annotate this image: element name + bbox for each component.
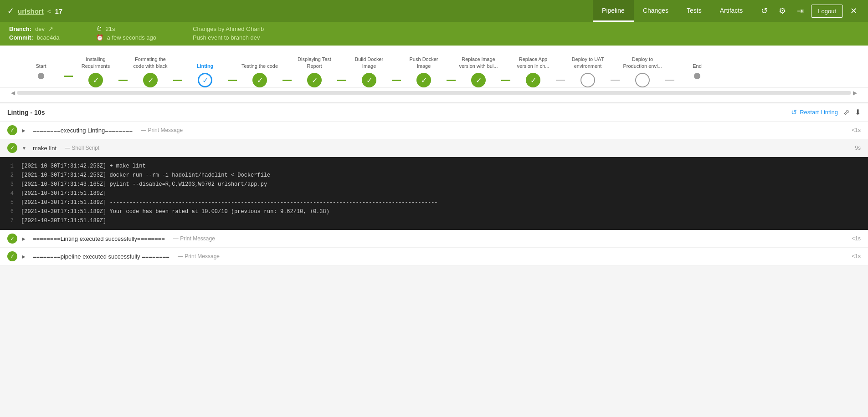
log-expand-executing[interactable]: ▶ <box>22 128 28 133</box>
node-testreport: ✓ <box>307 73 322 87</box>
close-icon[interactable]: ✕ <box>847 4 861 18</box>
term-num-6: 6 <box>7 208 21 216</box>
log-time-makelint: 9s <box>855 145 861 151</box>
open-external-icon[interactable]: ⇗ <box>843 108 849 117</box>
log-time-success: <1s <box>852 235 861 242</box>
stage-replaceapp[interactable]: Replace Appversion in ch... ✓ <box>510 55 556 87</box>
stage-label-testing: Testing the code <box>241 55 278 69</box>
connector-4 <box>228 80 237 81</box>
stage-label-pushdocker: Push DockerImage <box>410 55 438 69</box>
log-status-success: ✓ <box>7 234 17 244</box>
connector-5 <box>282 80 292 81</box>
log-expand-pipeline-success[interactable]: ▶ <box>22 254 28 259</box>
log-name-executing: ========executing Linting======== <box>33 127 133 134</box>
scroll-right-icon[interactable]: ▶ <box>851 90 859 96</box>
stage-prod[interactable]: Deploy toProduction envi... <box>620 55 665 87</box>
stage-uat[interactable]: Deploy to UATenvironment <box>565 55 611 87</box>
stage-container-formating: Formating thecode with black ✓ <box>128 55 182 87</box>
connector-2 <box>118 80 128 81</box>
gear-icon[interactable]: ⚙ <box>775 4 790 18</box>
nav-pipeline[interactable]: Pipeline <box>593 0 634 22</box>
log-row-pipeline-success[interactable]: ✓ ▶ ========pipeline executed successful… <box>0 248 868 265</box>
restart-button[interactable]: ↺ Restart Linting <box>791 108 838 117</box>
meta-bar: Branch: dev ↗ Commit: bcae4da ⏱ 21s ⏰ a … <box>0 22 868 46</box>
time-row: ⏰ a few seconds ago <box>96 34 156 41</box>
log-expand-success[interactable]: ▶ <box>22 236 28 241</box>
stage-installing[interactable]: InstallingRequirments ✓ <box>73 55 118 87</box>
node-linting: ✓ <box>198 73 212 87</box>
exit-icon[interactable]: ⇥ <box>793 4 807 18</box>
term-line-5: 5 [2021-10-30T17:31:51.189Z] -----------… <box>0 198 868 207</box>
scrollbar-track[interactable] <box>17 91 851 95</box>
time-value: a few seconds ago <box>107 34 156 41</box>
stage-end[interactable]: End <box>674 55 720 79</box>
term-num-3: 3 <box>7 180 21 188</box>
term-line-4: 4 [2021-10-30T17:31:51.189Z] <box>0 189 868 198</box>
repo-link[interactable]: urlshort <box>18 7 44 15</box>
node-installing: ✓ <box>88 73 103 87</box>
stage-container-uat: Deploy to UATenvironment <box>565 55 620 87</box>
log-expand-makelint[interactable]: ▼ <box>22 146 28 151</box>
pipeline-area: Start InstallingRequirments ✓ Formating … <box>0 46 868 103</box>
term-text-1: [2021-10-30T17:31:42.253Z] + make lint <box>21 162 146 170</box>
log-status-executing: ✓ <box>7 125 17 135</box>
term-text-5: [2021-10-30T17:31:51.189Z] -------------… <box>21 198 438 207</box>
branch-label: Branch: <box>9 25 31 32</box>
stage-label-replaceapp: Replace Appversion in ch... <box>517 55 550 69</box>
log-name-makelint: make lint <box>33 145 56 152</box>
changes-by-row: Changes by Ahmed Gharib <box>193 25 264 32</box>
nav-tests[interactable]: Tests <box>678 0 711 22</box>
stage-label-testreport: Displaying TestReport <box>298 55 331 69</box>
log-row-success[interactable]: ✓ ▶ ========Linting executed successfull… <box>0 230 868 248</box>
term-text-6: [2021-10-30T17:31:51.189Z] Your code has… <box>21 208 329 216</box>
log-header: Linting - 10s ↺ Restart Linting ⇗ ⬇ <box>0 103 868 122</box>
term-line-1: 1 [2021-10-30T17:31:42.253Z] + make lint <box>0 162 868 171</box>
log-row-executing[interactable]: ✓ ▶ ========executing Linting======== — … <box>0 122 868 139</box>
log-row-makelint[interactable]: ✓ ▼ make lint — Shell Script 9s <box>0 139 868 157</box>
stage-label-prod: Deploy toProduction envi... <box>623 55 662 69</box>
stage-testing[interactable]: Testing the code ✓ <box>237 55 282 87</box>
stage-container-replaceimg: Replace imageversion with bui... ✓ <box>456 55 510 87</box>
term-text-3: [2021-10-30T17:31:43.165Z] pylint --disa… <box>21 180 267 188</box>
term-num-2: 2 <box>7 171 21 179</box>
stage-container-builddocker: Build DockerImage ✓ <box>346 55 401 87</box>
scroll-left-icon[interactable]: ◀ <box>9 90 17 96</box>
stage-builddocker[interactable]: Build DockerImage ✓ <box>346 55 392 87</box>
term-text-2: [2021-10-30T17:31:42.253Z] docker run --… <box>21 171 270 179</box>
logout-button[interactable]: Logout <box>811 5 843 18</box>
nav-changes[interactable]: Changes <box>634 0 678 22</box>
stage-formating[interactable]: Formating thecode with black ✓ <box>128 55 173 87</box>
log-time-pipeline-success: <1s <box>852 253 861 259</box>
clock-icon: ⏱ <box>96 25 102 32</box>
refresh-icon[interactable]: ↺ <box>757 4 771 18</box>
stage-replaceimg[interactable]: Replace imageversion with bui... ✓ <box>456 55 501 87</box>
term-line-7: 7 [2021-10-30T17:31:51.189Z] <box>0 216 868 225</box>
commit-row: Commit: bcae4da <box>9 34 60 41</box>
stage-testreport[interactable]: Displaying TestReport ✓ <box>292 55 337 87</box>
stage-start[interactable]: Start <box>18 55 64 79</box>
log-time-executing: <1s <box>852 127 861 133</box>
stage-container-end: End <box>674 55 720 79</box>
time-icon: ⏰ <box>96 34 103 41</box>
terminal-output: 1 [2021-10-30T17:31:42.253Z] + make lint… <box>0 157 868 230</box>
term-num-5: 5 <box>7 198 21 207</box>
external-link-icon[interactable]: ↗ <box>48 25 53 32</box>
connector-1 <box>64 76 73 77</box>
nav-artifacts[interactable]: Artifacts <box>711 0 752 22</box>
changes-by: Changes by Ahmed Gharib <box>193 25 264 32</box>
log-name-success: ========Linting executed successfully===… <box>33 235 165 242</box>
stage-linting[interactable]: Linting ✓ <box>182 55 228 87</box>
download-icon[interactable]: ⬇ <box>855 108 861 117</box>
stage-container-testing: Testing the code ✓ <box>237 55 292 87</box>
log-actions: ↺ Restart Linting ⇗ ⬇ <box>791 108 861 117</box>
stage-label-replaceimg: Replace imageversion with bui... <box>459 55 498 69</box>
stage-container-prod: Deploy toProduction envi... <box>620 55 674 87</box>
stage-label-builddocker: Build DockerImage <box>355 55 383 69</box>
stage-pushdocker[interactable]: Push DockerImage ✓ <box>401 55 447 87</box>
log-section: Linting - 10s ↺ Restart Linting ⇗ ⬇ ✓ ▶ … <box>0 103 868 265</box>
log-status-pipeline-success: ✓ <box>7 251 17 261</box>
connector-12 <box>665 80 674 81</box>
stage-container-linting: Linting ✓ <box>182 55 237 87</box>
node-pushdocker: ✓ <box>416 73 431 87</box>
connector-3 <box>173 80 182 81</box>
